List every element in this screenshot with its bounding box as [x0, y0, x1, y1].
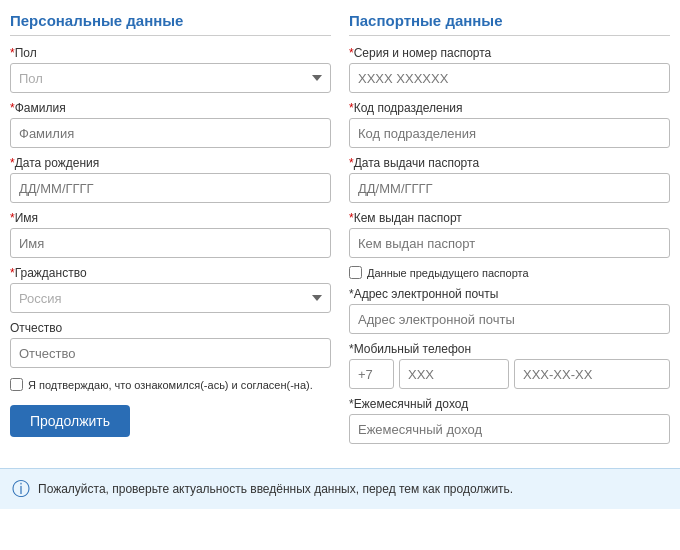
passport-number-label: *Серия и номер паспорта [349, 46, 670, 60]
confirm-label: Я подтверждаю, что ознакомился(-ась) и с… [28, 379, 313, 391]
last-name-field: *Фамилия [10, 101, 331, 148]
phone-middle-input[interactable] [399, 359, 509, 389]
passport-number-field: *Серия и номер паспорта [349, 46, 670, 93]
first-name-label: *Имя [10, 211, 331, 225]
passport-date-label: *Дата выдачи паспорта [349, 156, 670, 170]
gender-select[interactable]: Пол Мужской Женский [10, 63, 331, 93]
warning-text: Пожалуйста, проверьте актуальность введё… [38, 482, 513, 496]
email-input[interactable] [349, 304, 670, 334]
passport-issuer-label: *Кем выдан паспорт [349, 211, 670, 225]
prev-passport-checkbox[interactable] [349, 266, 362, 279]
personal-data-section: Персональные данные *Пол Пол Мужской Жен… [10, 12, 331, 452]
citizenship-field: *Гражданство Россия Другое [10, 266, 331, 313]
last-name-label: *Фамилия [10, 101, 331, 115]
passport-date-field: *Дата выдачи паспорта [349, 156, 670, 203]
prev-passport-row: Данные предыдущего паспорта [349, 266, 670, 279]
income-label: *Ежемесячный доход [349, 397, 670, 411]
citizenship-select[interactable]: Россия Другое [10, 283, 331, 313]
first-name-input[interactable] [10, 228, 331, 258]
continue-button[interactable]: Продолжить [10, 405, 130, 437]
email-label: *Адрес электронной почты [349, 287, 670, 301]
confirm-row: Я подтверждаю, что ознакомился(-ась) и с… [10, 378, 331, 391]
email-field-group: *Адрес электронной почты [349, 287, 670, 334]
gender-field: *Пол Пол Мужской Женский [10, 46, 331, 93]
passport-data-section: Паспортные данные *Серия и номер паспорт… [349, 12, 670, 452]
passport-issuer-field: *Кем выдан паспорт [349, 211, 670, 258]
patronymic-label: Отчество [10, 321, 331, 335]
citizenship-label: *Гражданство [10, 266, 331, 280]
personal-data-title: Персональные данные [10, 12, 331, 36]
phone-end-input[interactable] [514, 359, 670, 389]
patronymic-field: Отчество [10, 321, 331, 368]
passport-issuer-input[interactable] [349, 228, 670, 258]
first-name-field: *Имя [10, 211, 331, 258]
subdivision-code-input[interactable] [349, 118, 670, 148]
birth-date-label: *Дата рождения [10, 156, 331, 170]
warning-icon: ⓘ [12, 477, 30, 501]
patronymic-input[interactable] [10, 338, 331, 368]
prev-passport-label: Данные предыдущего паспорта [367, 267, 529, 279]
phone-field-group: *Мобильный телефон [349, 342, 670, 389]
phone-label: *Мобильный телефон [349, 342, 670, 356]
last-name-input[interactable] [10, 118, 331, 148]
gender-label: *Пол [10, 46, 331, 60]
confirm-checkbox[interactable] [10, 378, 23, 391]
birth-date-input[interactable] [10, 173, 331, 203]
phone-prefix-input[interactable] [349, 359, 394, 389]
passport-number-input[interactable] [349, 63, 670, 93]
subdivision-code-field: *Код подразделения [349, 101, 670, 148]
subdivision-code-label: *Код подразделения [349, 101, 670, 115]
birth-date-field: *Дата рождения [10, 156, 331, 203]
income-field-group: *Ежемесячный доход [349, 397, 670, 444]
income-input[interactable] [349, 414, 670, 444]
passport-date-input[interactable] [349, 173, 670, 203]
phone-row [349, 359, 670, 389]
passport-data-title: Паспортные данные [349, 12, 670, 36]
warning-bar: ⓘ Пожалуйста, проверьте актуальность вве… [0, 468, 680, 509]
